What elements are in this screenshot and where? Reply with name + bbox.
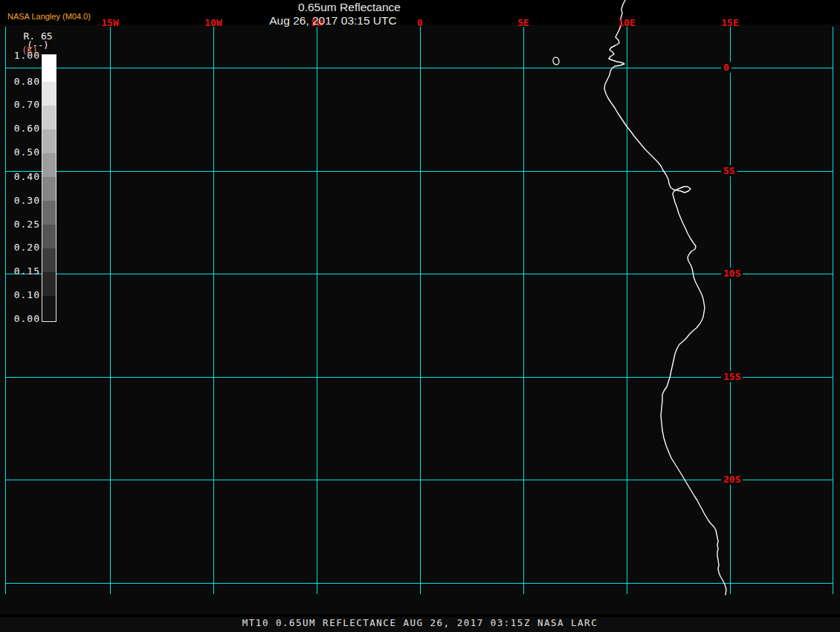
colorbar-band [42,296,56,321]
colorbar-scale-value: 0.20 [3,242,40,253]
map-title: 0.65um Reflectance [238,1,461,14]
colorbar-units-kelvin: (K) [20,45,39,56]
latitude-label: 20S [721,474,743,485]
latitude-label: 10S [721,268,743,279]
colorbar-band [42,55,56,82]
principe-island-outline [552,57,560,65]
satellite-viewer: 15W10W5W05E10E15E 05S10S15S20S NASA Lang… [0,0,840,632]
latitude-label: 0 [721,62,731,73]
africa-west-coastline [604,0,726,595]
nasa-langley-credit: NASA Langley (M04.0) [7,12,91,21]
colorbar-band [42,106,56,129]
colorbar [42,54,56,322]
colorbar-band [42,225,56,248]
colorbar-band [42,272,56,296]
longitude-label: 5E [507,17,540,28]
colorbar-scale-value: 0.25 [3,219,40,230]
colorbar-scale-value: 0.00 [3,313,40,324]
latitude-label: 5S [721,165,737,176]
longitude-label: 10E [610,17,643,28]
colorbar-band [42,153,56,177]
latitude-label: 15S [721,371,743,382]
colorbar-scale-value: 0.80 [3,76,40,87]
map-timestamp: Aug 26, 2017 03:15 UTC [222,14,445,28]
colorbar-scale-value: 0.10 [3,289,40,300]
colorbar-band [42,129,56,153]
colorbar-band [42,201,56,225]
colorbar-scale-value: 0.15 [3,265,40,277]
colorbar-band [42,82,56,106]
colorbar-scale-value: 0.30 [3,195,40,206]
colorbar-scale-value: 0.60 [3,123,40,134]
colorbar-scale-value: 0.70 [3,99,40,110]
colorbar-band [42,248,56,272]
colorbar-band [42,177,56,201]
colorbar-scale-value: 0.40 [3,171,40,182]
colorbar-scale-value: 0.50 [3,146,40,158]
longitude-label: 15W [94,17,126,28]
status-bar: MT10 0.65UM REFLECTANCE AUG 26, 2017 03:… [0,617,840,632]
coastline-svg [0,0,840,632]
longitude-label: 15E [714,17,746,28]
